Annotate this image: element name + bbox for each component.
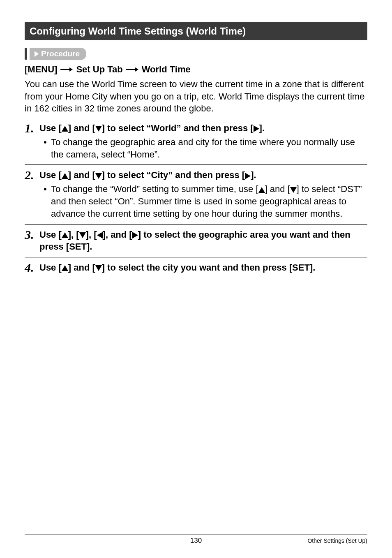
step-2: 2. Use [] and [] to select “City” and th… [25, 169, 367, 220]
bullet-text: To change the geographic area and city f… [51, 136, 367, 160]
step-number: 3. [25, 229, 39, 241]
svg-marker-11 [258, 187, 265, 193]
triangle-up-icon [258, 183, 265, 195]
triangle-down-icon [95, 169, 102, 181]
step-1-bullets: • To change the geographic area and city… [44, 136, 367, 160]
menu-path-1: [MENU] [25, 64, 57, 75]
svg-marker-15 [97, 232, 103, 238]
svg-marker-17 [62, 265, 68, 271]
intro-text: You can use the World Time screen to vie… [25, 78, 367, 115]
procedure-accent [25, 48, 27, 60]
separator [25, 164, 367, 165]
arrow-right-icon [126, 67, 138, 72]
menu-path-3: World Time [142, 64, 191, 75]
triangle-right-icon [254, 122, 259, 134]
menu-path-2: Set Up Tab [76, 64, 122, 75]
triangle-down-icon [290, 183, 297, 195]
step-instruction: Use [] and [] to select “World” and then… [39, 122, 367, 134]
page-number: 130 [190, 537, 202, 545]
step-number: 1. [25, 122, 39, 134]
triangle-right-icon [132, 229, 138, 241]
procedure-pill: Procedure [30, 48, 86, 60]
svg-marker-12 [290, 187, 297, 193]
svg-marker-2 [69, 67, 73, 72]
svg-marker-16 [132, 232, 138, 238]
procedure-label: Procedure [41, 49, 80, 58]
triangle-up-icon [62, 122, 68, 134]
section-title-bar: Configuring World Time Settings (World T… [25, 22, 367, 40]
triangle-up-icon [62, 169, 68, 181]
menu-path: [MENU] Set Up Tab World Time [25, 64, 367, 75]
svg-marker-13 [62, 232, 68, 238]
svg-marker-7 [254, 125, 259, 132]
step-instruction: Use [] and [] to select “City” and then … [39, 169, 367, 181]
separator [25, 224, 367, 225]
bullet-text: To change the “World” setting to summer … [51, 183, 367, 220]
list-item: • To change the geographic area and city… [44, 136, 367, 160]
svg-marker-14 [79, 232, 86, 238]
svg-marker-0 [35, 51, 39, 57]
page: Configuring World Time Settings (World T… [0, 0, 392, 558]
triangle-left-icon [97, 229, 103, 241]
triangle-down-icon [95, 122, 102, 134]
section-title: Configuring World Time Settings (World T… [30, 25, 246, 37]
triangle-right-icon [245, 169, 251, 181]
triangle-down-icon [95, 262, 102, 274]
svg-marker-5 [62, 126, 68, 132]
triangle-up-icon [62, 229, 68, 241]
procedure-row: Procedure [25, 48, 367, 60]
step-instruction: Use [], [], [], and [] to select the geo… [39, 229, 367, 253]
footer-section: Other Settings (Set Up) [307, 537, 367, 544]
svg-marker-10 [245, 173, 251, 179]
step-number: 2. [25, 169, 39, 181]
step-number: 4. [25, 262, 39, 274]
separator [25, 257, 367, 257]
list-item: • To change the “World” setting to summe… [44, 183, 367, 220]
chevron-right-icon [34, 51, 39, 57]
svg-marker-9 [95, 173, 102, 179]
step-2-bullets: • To change the “World” setting to summe… [44, 183, 367, 220]
svg-marker-18 [95, 265, 102, 271]
arrow-right-icon [60, 67, 73, 72]
step-1: 1. Use [] and [] to select “World” and t… [25, 122, 367, 160]
bullet-dot: • [44, 136, 51, 160]
page-footer: 130 Other Settings (Set Up) [25, 535, 367, 544]
bullet-dot: • [44, 183, 51, 220]
svg-marker-8 [62, 173, 68, 179]
triangle-up-icon [62, 262, 68, 274]
svg-marker-6 [95, 126, 102, 132]
step-instruction: Use [] and [] to select the city you wan… [39, 262, 367, 274]
triangle-down-icon [79, 229, 86, 241]
step-4: 4. Use [] and [] to select the city you … [25, 262, 367, 274]
svg-marker-4 [135, 67, 138, 72]
step-3: 3. Use [], [], [], and [] to select the … [25, 229, 367, 253]
